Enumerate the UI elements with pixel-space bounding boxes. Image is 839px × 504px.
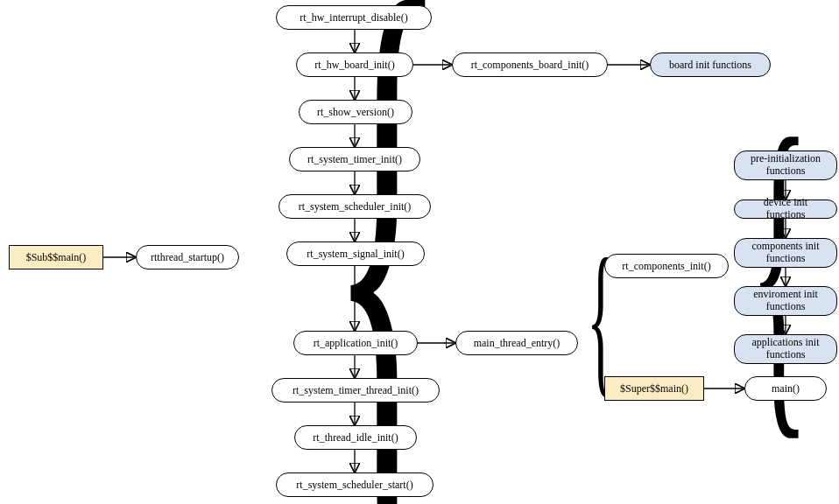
timer-init-node: rt_system_timer_init() [289, 147, 420, 172]
app-init-funcs-node: applications init functions [734, 334, 837, 364]
pre-init-node: pre-initialization functions [734, 150, 837, 180]
comp-init-node: rt_components_init() [604, 254, 729, 278]
show-version-node: rt_show_version() [299, 100, 412, 124]
env-init-node: enviroment init functions [734, 286, 837, 316]
disable-int-node: rt_hw_interrupt_disable() [276, 5, 432, 30]
signal-init-node: rt_system_signal_init() [286, 242, 425, 266]
sub-main-node: $Sub$$main() [9, 245, 103, 270]
timer-thread-init-node: rt_system_timer_thread_init() [271, 378, 440, 402]
rtthread-startup-node: rtthread_startup() [136, 245, 239, 270]
comp-board-init-node: rt_components_board_init() [452, 52, 608, 77]
main-node: main() [744, 376, 827, 401]
app-init-node: rt_application_init() [293, 331, 418, 355]
idle-init-node: rt_thread_idle_init() [294, 425, 417, 450]
super-main-node: $Super$$main() [604, 376, 704, 401]
scheduler-init-node: rt_system_scheduler_init() [278, 194, 431, 219]
board-init-funcs-node: board init functions [650, 52, 771, 77]
comp-init-funcs-node: components init functions [734, 238, 837, 268]
board-init-node: rt_hw_board_init() [296, 52, 413, 77]
scheduler-start-node: rt_system_scheduler_start() [276, 472, 434, 497]
device-init-node: device init functions [734, 200, 837, 219]
main-thread-entry-node: main_thread_entry() [455, 331, 578, 355]
